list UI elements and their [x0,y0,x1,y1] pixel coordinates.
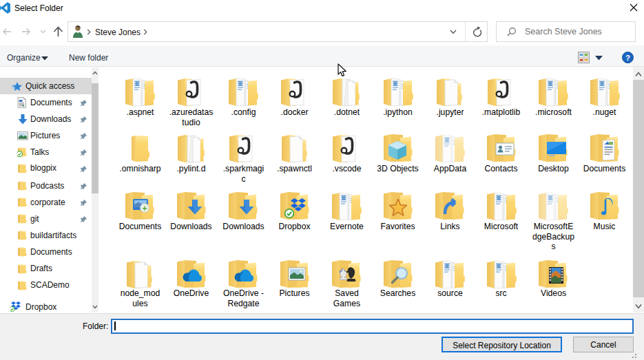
svg-text:?: ? [625,54,630,62]
